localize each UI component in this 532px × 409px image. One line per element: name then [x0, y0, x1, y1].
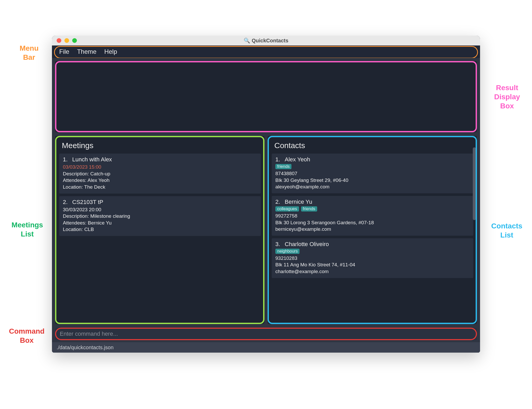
meeting-datetime: 03/03/2023 15:00: [63, 164, 257, 170]
contact-tags: colleagues friends: [275, 206, 470, 212]
contact-item[interactable]: 2. Bernice Yu colleagues friends 9927275…: [272, 196, 473, 236]
annotation-contacts-list: ContactsList: [485, 221, 529, 240]
contact-tags: friends: [275, 164, 470, 169]
app-window: 🔍QuickContacts File Theme Help Meetings …: [52, 36, 480, 353]
contact-email: charlotte@example.com: [275, 268, 470, 275]
contact-address: Blk 11 Ang Mo Kio Street 74, #11-04: [275, 261, 470, 268]
menu-theme[interactable]: Theme: [77, 48, 97, 55]
contact-address: Blk 30 Lorong 3 Serangoon Gardens, #07-1…: [275, 219, 470, 226]
contact-name: Charlotte Oliveiro: [285, 241, 329, 248]
contact-name: Alex Yeoh: [285, 156, 310, 163]
tag: friends: [301, 206, 317, 212]
meeting-description: Description: Catch-up: [63, 170, 257, 177]
contact-phone: 87438807: [275, 170, 470, 177]
annotation-result-display-box: ResultDisplayBox: [486, 83, 528, 110]
meeting-name: CS2103T tP: [72, 199, 103, 206]
app-icon: 🔍: [244, 38, 250, 43]
status-bar: ./data/quickcontacts.json: [52, 342, 480, 353]
meeting-item[interactable]: 2. CS2103T tP 30/03/2023 20:00 Descripti…: [59, 196, 261, 236]
lists-row: Meetings 1. Lunch with Alex 03/03/2023 1…: [55, 136, 477, 324]
status-path: ./data/quickcontacts.json: [57, 345, 114, 351]
meeting-attendees: Attendees: Bernice Yu: [63, 220, 257, 226]
menubar[interactable]: File Theme Help: [52, 45, 480, 58]
command-box[interactable]: [55, 328, 477, 340]
app-title-text: QuickContacts: [252, 38, 288, 43]
contact-address: Blk 30 Geylang Street 29, #06-40: [275, 177, 470, 184]
meetings-title: Meetings: [62, 141, 259, 150]
result-display-box: [55, 61, 477, 132]
titlebar: 🔍QuickContacts: [52, 36, 480, 45]
meeting-index: 1.: [63, 156, 69, 163]
meeting-name: Lunch with Alex: [72, 156, 112, 163]
contact-index: 3.: [275, 241, 281, 248]
meeting-index: 2.: [63, 199, 69, 206]
annotation-meetings-list: MeetingsList: [5, 220, 49, 239]
contacts-title: Contacts: [274, 141, 471, 150]
contact-index: 2.: [275, 199, 281, 205]
contact-item[interactable]: 3. Charlotte Oliveiro neighbours 9321028…: [272, 238, 473, 278]
contacts-panel: Contacts 1. Alex Yeoh friends 87438807 B…: [268, 136, 477, 324]
contact-item[interactable]: 1. Alex Yeoh friends 87438807 Blk 30 Gey…: [272, 154, 473, 193]
annotation-menu-bar: MenuBar: [11, 44, 47, 62]
meeting-attendees: Attendees: Alex Yeoh: [63, 177, 257, 184]
tag: colleagues: [275, 206, 299, 212]
window-title: 🔍QuickContacts: [52, 37, 480, 44]
meetings-panel: Meetings 1. Lunch with Alex 03/03/2023 1…: [55, 136, 264, 324]
meeting-datetime: 30/03/2023 20:00: [63, 206, 257, 213]
meetings-list[interactable]: 1. Lunch with Alex 03/03/2023 15:00 Desc…: [59, 154, 261, 236]
contact-name: Bernice Yu: [285, 199, 312, 205]
contacts-scrollbar[interactable]: [473, 147, 476, 220]
contact-index: 1.: [275, 156, 281, 163]
annotation-result-outline: [55, 61, 477, 132]
meeting-location: Location: The Deck: [63, 184, 257, 190]
contact-phone: 99272758: [275, 213, 470, 219]
meeting-description: Description: Milestone clearing: [63, 213, 257, 220]
app-body: Meetings 1. Lunch with Alex 03/03/2023 1…: [52, 58, 480, 353]
tag: friends: [275, 164, 291, 169]
contact-tags: neighbours: [275, 249, 470, 254]
contact-email: berniceyu@example.com: [275, 226, 470, 233]
tag: neighbours: [275, 249, 300, 254]
command-input[interactable]: [60, 331, 472, 337]
menu-help[interactable]: Help: [104, 48, 117, 55]
contacts-list[interactable]: 1. Alex Yeoh friends 87438807 Blk 30 Gey…: [272, 154, 473, 278]
contact-phone: 93210283: [275, 255, 470, 262]
menu-file[interactable]: File: [59, 48, 69, 55]
meeting-location: Location: CLB: [63, 226, 257, 233]
annotation-command-box: CommandBox: [2, 327, 51, 345]
meeting-item[interactable]: 1. Lunch with Alex 03/03/2023 15:00 Desc…: [59, 154, 261, 194]
contact-email: alexyeoh@example.com: [275, 183, 470, 190]
